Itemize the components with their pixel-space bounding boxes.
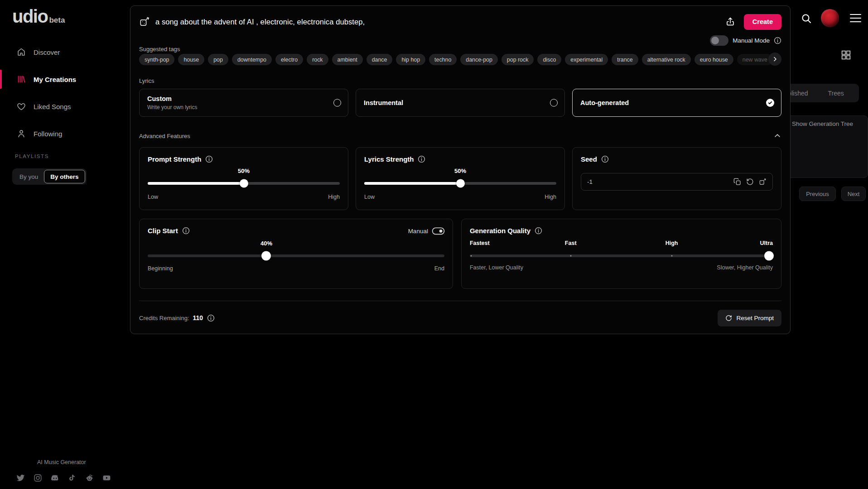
slider-value: 50% bbox=[454, 168, 466, 174]
avatar[interactable] bbox=[821, 9, 839, 27]
sidebar-item-liked-songs[interactable]: Liked Songs bbox=[0, 99, 130, 114]
generation-quality-slider[interactable] bbox=[470, 254, 773, 257]
refresh-icon bbox=[725, 315, 732, 321]
tag-pill[interactable]: pop rock bbox=[502, 54, 534, 65]
stop-label: High bbox=[665, 240, 678, 246]
prompt-strength-slider[interactable]: 50% bbox=[148, 182, 340, 185]
tag-pill[interactable]: alternative rock bbox=[642, 54, 691, 65]
modal-footer: Credits Remaining: 110 Reset Prompt bbox=[139, 308, 781, 327]
tag-pill[interactable]: experimental bbox=[565, 54, 608, 65]
tag-pill[interactable]: rock bbox=[307, 54, 328, 65]
reset-prompt-label: Reset Prompt bbox=[736, 315, 774, 321]
info-icon[interactable] bbox=[205, 155, 213, 163]
tiktok-icon[interactable] bbox=[68, 474, 77, 482]
create-button[interactable]: Create bbox=[744, 14, 781, 30]
logo-wordmark: udio bbox=[12, 7, 48, 25]
info-icon[interactable] bbox=[774, 37, 781, 44]
lyrics-strength-card: Lyrics Strength 50% Low High bbox=[356, 147, 565, 210]
show-generation-tree-label: Show Generation Tree bbox=[792, 120, 853, 127]
tags-scroll-right-button[interactable] bbox=[768, 53, 781, 66]
slider-thumb[interactable] bbox=[456, 179, 465, 188]
tag-pill[interactable]: euro house bbox=[694, 54, 733, 65]
home-icon bbox=[16, 47, 26, 57]
tag-pill[interactable]: dance bbox=[366, 54, 393, 65]
slider-thumb[interactable] bbox=[764, 251, 774, 261]
by-you-tab[interactable]: By you bbox=[14, 170, 44, 183]
slider-min-label: Low bbox=[148, 194, 158, 200]
info-icon[interactable] bbox=[418, 155, 425, 163]
reddit-icon[interactable] bbox=[85, 474, 94, 482]
option-title: Auto-generated bbox=[580, 99, 629, 106]
advanced-features-label: Advanced Features bbox=[139, 133, 190, 139]
randomize-seed-dice-icon[interactable] bbox=[759, 178, 767, 186]
slider-min-label: Low bbox=[364, 194, 375, 200]
prompt-input[interactable] bbox=[155, 18, 725, 26]
discord-icon[interactable] bbox=[51, 474, 59, 482]
seed-input[interactable] bbox=[581, 173, 733, 190]
prompt-row: Create bbox=[139, 13, 781, 30]
info-icon[interactable] bbox=[207, 314, 215, 322]
manual-mode-toggle[interactable] bbox=[710, 35, 728, 46]
udio-logo[interactable]: udio beta bbox=[12, 7, 65, 25]
info-icon[interactable] bbox=[182, 227, 190, 235]
lyrics-strength-slider[interactable]: 50% bbox=[364, 182, 556, 185]
tag-pill[interactable]: techno bbox=[429, 54, 457, 65]
by-others-tab[interactable]: By others bbox=[44, 170, 85, 183]
share-icon[interactable] bbox=[725, 16, 736, 27]
create-modal: Create Manual Mode Suggested tags synth-… bbox=[130, 5, 791, 334]
check-circle-icon[interactable] bbox=[766, 99, 774, 107]
prompt-strength-title: Prompt Strength bbox=[148, 155, 201, 163]
sidebar-item-following[interactable]: Following bbox=[0, 126, 130, 141]
manual-mode-label: Manual Mode bbox=[733, 37, 770, 44]
next-button[interactable]: Next bbox=[841, 187, 866, 201]
quality-left-caption: Faster, Lower Quality bbox=[470, 264, 523, 271]
slider-thumb[interactable] bbox=[261, 251, 271, 261]
grid-view-icon[interactable] bbox=[840, 49, 852, 61]
credits-remaining-label: Credits Remaining: bbox=[139, 315, 189, 321]
randomize-prompt-dice-icon[interactable] bbox=[139, 16, 150, 27]
lyrics-option-custom[interactable]: Custom Write your own lyrics bbox=[139, 89, 348, 117]
reset-prompt-button[interactable]: Reset Prompt bbox=[718, 310, 781, 326]
tag-pill[interactable]: pop bbox=[208, 54, 228, 65]
prompt-strength-card: Prompt Strength 50% Low High bbox=[139, 147, 348, 210]
undo-icon[interactable] bbox=[746, 178, 754, 186]
instagram-icon[interactable] bbox=[34, 474, 42, 482]
tag-pill[interactable]: electro bbox=[275, 54, 303, 65]
lyrics-option-auto-generated[interactable]: Auto-generated bbox=[572, 89, 781, 117]
stop-label: Fastest bbox=[470, 240, 490, 246]
clip-manual-toggle[interactable] bbox=[432, 227, 445, 235]
sidebar: udio beta Discover My Creations Liked So… bbox=[0, 0, 130, 489]
slider-thumb[interactable] bbox=[240, 179, 248, 188]
sidebar-item-discover[interactable]: Discover bbox=[0, 44, 130, 60]
heart-icon bbox=[16, 101, 26, 111]
menu-icon[interactable] bbox=[850, 14, 861, 23]
chevron-up-icon[interactable] bbox=[773, 132, 781, 140]
sidebar-item-label: Discover bbox=[34, 48, 60, 56]
youtube-icon[interactable] bbox=[102, 474, 111, 482]
credits-remaining-value: 110 bbox=[193, 314, 203, 321]
tag-pill[interactable]: disco bbox=[537, 54, 561, 65]
tag-pill[interactable]: ambient bbox=[332, 54, 363, 65]
search-icon[interactable] bbox=[801, 13, 812, 24]
tag-pill[interactable]: trance bbox=[612, 54, 638, 65]
tab-trees[interactable]: Trees bbox=[828, 90, 844, 97]
copy-icon[interactable] bbox=[733, 178, 741, 186]
info-icon[interactable] bbox=[601, 155, 609, 163]
tag-pill[interactable]: synth-pop bbox=[139, 54, 174, 65]
tag-pill[interactable]: hip hop bbox=[396, 54, 425, 65]
radio-unselected-icon[interactable] bbox=[550, 99, 558, 107]
tag-pill[interactable]: house bbox=[178, 54, 204, 65]
tag-pill[interactable]: new wave bbox=[737, 54, 773, 65]
twitter-icon[interactable] bbox=[16, 474, 25, 482]
clip-start-slider[interactable]: 40% bbox=[148, 254, 444, 257]
radio-unselected-icon[interactable] bbox=[333, 99, 341, 107]
slider-value: 50% bbox=[238, 168, 250, 174]
tag-pill[interactable]: downtempo bbox=[232, 54, 272, 65]
info-icon[interactable] bbox=[535, 227, 542, 235]
lyrics-option-instrumental[interactable]: Instrumental bbox=[356, 89, 565, 117]
previous-button[interactable]: Previous bbox=[799, 187, 836, 201]
beta-badge: beta bbox=[49, 16, 65, 25]
sidebar-item-my-creations[interactable]: My Creations bbox=[0, 72, 130, 87]
tag-pill[interactable]: dance-pop bbox=[460, 54, 498, 65]
stop-label: Ultra bbox=[760, 240, 773, 246]
